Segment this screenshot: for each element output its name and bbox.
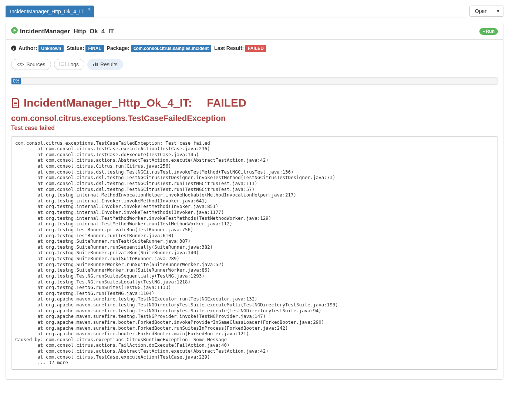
result-title: IncidentManager_Http_Ok_4_IT: FAILED <box>11 97 498 109</box>
code-icon: </> <box>17 61 24 67</box>
nav-tab-active[interactable]: IncidentManager_Http_Ok_4_IT × <box>6 6 94 17</box>
info-icon: i <box>11 46 16 51</box>
progress-label: 0% <box>11 78 21 84</box>
open-button[interactable]: Open <box>469 6 493 17</box>
nav-tabs: IncidentManager_Http_Ok_4_IT × <box>6 6 466 17</box>
last-result-badge: FAILED <box>245 45 266 52</box>
caret-down-icon: ▼ <box>496 9 500 13</box>
tab-results[interactable]: Results <box>87 59 123 70</box>
tab-sources-label: Sources <box>26 61 45 67</box>
panel-title-text: IncidentManager_Http_Ok_4_IT <box>20 28 114 35</box>
view-tabs: </> Sources Logs Results <box>11 59 498 70</box>
status-badge: FINAL <box>85 45 104 52</box>
panel-heading: IncidentManager_Http_Ok_4_IT Run <box>6 23 503 40</box>
tab-sources[interactable]: </> Sources <box>11 59 51 70</box>
last-result-label: Last Result: <box>214 45 244 51</box>
close-icon[interactable]: × <box>88 6 91 12</box>
stack-trace: com.consol.citrus.exceptions.TestCaseFai… <box>11 136 498 370</box>
nav-tab-label: IncidentManager_Http_Ok_4_IT <box>10 9 84 14</box>
result-status: FAILED <box>207 97 246 109</box>
exception-message: Test case failed <box>11 125 498 131</box>
panel-title: IncidentManager_Http_Ok_4_IT <box>11 27 114 36</box>
document-icon <box>11 98 20 108</box>
exception-class: com.consol.citrus.exceptions.TestCaseFai… <box>11 114 498 123</box>
svg-rect-8 <box>97 63 98 66</box>
author-label: Author: <box>18 45 37 51</box>
progress-bar: 0% <box>11 77 498 85</box>
open-button-group: Open ▼ <box>469 6 503 17</box>
info-row: i Author: Unknown Status: FINAL Package:… <box>11 45 498 52</box>
tab-logs[interactable]: Logs <box>54 59 84 70</box>
open-dropdown-caret[interactable]: ▼ <box>493 6 503 17</box>
author-badge: Unknown <box>38 45 64 52</box>
run-button-label: Run <box>486 29 495 34</box>
svg-rect-7 <box>95 63 96 66</box>
run-button[interactable]: Run <box>479 28 498 35</box>
list-icon <box>60 61 65 67</box>
test-panel: IncidentManager_Http_Ok_4_IT Run i Autho… <box>6 23 503 380</box>
tab-results-label: Results <box>100 61 118 67</box>
result-test-name: IncidentManager_Http_Ok_4_IT: <box>24 97 192 109</box>
package-label: Package: <box>107 45 129 51</box>
package-badge: com.consol.citrus.samples.incident <box>131 45 211 52</box>
chart-icon <box>93 61 98 67</box>
svg-rect-6 <box>93 64 94 66</box>
play-icon <box>11 27 18 36</box>
status-label: Status: <box>67 45 84 51</box>
tab-logs-label: Logs <box>68 61 79 67</box>
